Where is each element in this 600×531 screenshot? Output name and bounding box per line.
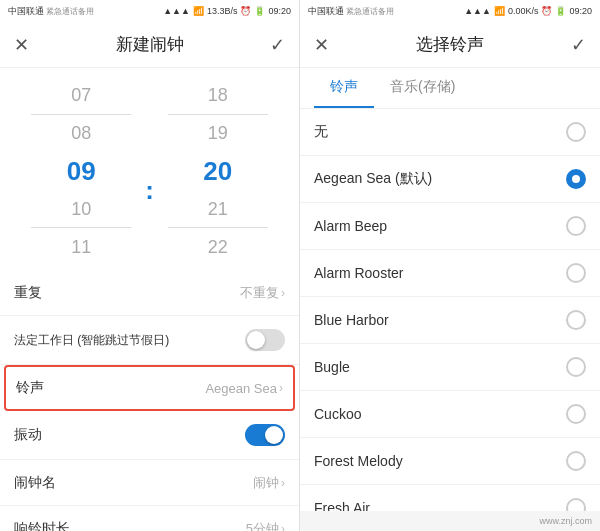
ring-duration-value: 5分钟 › bbox=[246, 520, 285, 532]
time-colon: : bbox=[141, 175, 158, 206]
repeat-label: 重复 bbox=[14, 284, 42, 302]
left-panel: 中国联通 紧急通话备用 ▲▲▲ 📶 13.3B/s ⏰ 🔋 09:20 ✕ 新建… bbox=[0, 0, 300, 531]
watermark-bar: www.znj.com bbox=[300, 511, 600, 531]
vibrate-row[interactable]: 振动 bbox=[0, 411, 299, 460]
vibrate-toggle[interactable] bbox=[245, 424, 285, 446]
ringtone-name: Fresh Air bbox=[314, 500, 370, 511]
repeat-row[interactable]: 重复 不重复 › bbox=[0, 270, 299, 316]
ringtone-row[interactable]: 铃声 Aegean Sea › bbox=[4, 365, 295, 411]
ringtone-name: Cuckoo bbox=[314, 406, 361, 422]
vibrate-label: 振动 bbox=[14, 426, 42, 444]
close-button[interactable]: ✕ bbox=[14, 34, 29, 56]
speed-text-r: 0.00K/s bbox=[508, 6, 539, 16]
minute-item-3[interactable]: 21 bbox=[158, 190, 278, 228]
signal-icon-r: ▲▲▲ bbox=[464, 6, 491, 16]
ringtone-item-alarm-rooster[interactable]: Alarm Rooster bbox=[300, 250, 600, 297]
hour-item-1[interactable]: 08 bbox=[21, 114, 141, 152]
radio-bugle[interactable] bbox=[566, 357, 586, 377]
tab-ringtone[interactable]: 铃声 bbox=[314, 68, 374, 108]
chevron-icon: › bbox=[281, 286, 285, 300]
ringtone-item-alarm-beep[interactable]: Alarm Beep bbox=[300, 203, 600, 250]
emergency-text-r: 紧急通话备用 bbox=[346, 6, 394, 17]
close-button-r[interactable]: ✕ bbox=[314, 34, 329, 56]
ringtone-label: 铃声 bbox=[16, 379, 44, 397]
status-right: ▲▲▲ 📶 13.3B/s ⏰ 🔋 09:20 bbox=[163, 6, 291, 16]
chevron-icon-name: › bbox=[281, 476, 285, 490]
radio-blue-harbor[interactable] bbox=[566, 310, 586, 330]
left-header: ✕ 新建闹钟 ✓ bbox=[0, 22, 299, 68]
carrier-text-r: 中国联通 bbox=[308, 5, 344, 18]
carrier-text: 中国联通 bbox=[8, 5, 44, 18]
ringtone-name: Forest Melody bbox=[314, 453, 403, 469]
ringtone-name: Blue Harbor bbox=[314, 312, 389, 328]
minute-item-4[interactable]: 22 bbox=[158, 228, 278, 266]
workday-toggle[interactable] bbox=[245, 329, 285, 351]
status-left-r: 中国联通 紧急通话备用 bbox=[308, 5, 394, 18]
picker-line-bottom-min bbox=[168, 227, 268, 228]
tab-music[interactable]: 音乐(存储) bbox=[374, 68, 471, 108]
ringtone-name: Alarm Rooster bbox=[314, 265, 403, 281]
minute-item-1[interactable]: 19 bbox=[158, 114, 278, 152]
chevron-icon-dur: › bbox=[281, 522, 285, 532]
ring-duration-label: 响铃时长 bbox=[14, 520, 70, 532]
radio-none[interactable] bbox=[566, 122, 586, 142]
ringtone-item-blue-harbor[interactable]: Blue Harbor bbox=[300, 297, 600, 344]
ringtone-item-none[interactable]: 无 bbox=[300, 109, 600, 156]
radio-aegean[interactable] bbox=[566, 169, 586, 189]
ringtone-item-cuckoo[interactable]: Cuckoo bbox=[300, 391, 600, 438]
signal-icon: ▲▲▲ bbox=[163, 6, 190, 16]
ringtone-item-forest-melody[interactable]: Forest Melody bbox=[300, 438, 600, 485]
workday-row[interactable]: 法定工作日 (智能跳过节假日) bbox=[0, 316, 299, 365]
right-header: ✕ 选择铃声 ✓ bbox=[300, 22, 600, 68]
battery-icon-r: 🔋 bbox=[555, 6, 566, 16]
hour-item-0[interactable]: 07 bbox=[21, 76, 141, 114]
confirm-button-r[interactable]: ✓ bbox=[571, 34, 586, 56]
alarm-name-row[interactable]: 闹钟名 闹钟 › bbox=[0, 460, 299, 506]
hour-item-4[interactable]: 11 bbox=[21, 228, 141, 266]
alarm-icon: ⏰ bbox=[240, 6, 251, 16]
alarm-icon-r: ⏰ bbox=[541, 6, 552, 16]
ringtone-item-bugle[interactable]: Bugle bbox=[300, 344, 600, 391]
status-bar-right: 中国联通 紧急通话备用 ▲▲▲ 📶 0.00K/s ⏰ 🔋 09:20 bbox=[300, 0, 600, 22]
radio-forest-melody[interactable] bbox=[566, 451, 586, 471]
ringtone-item-aegean[interactable]: Aegean Sea (默认) bbox=[300, 156, 600, 203]
confirm-button[interactable]: ✓ bbox=[270, 34, 285, 56]
time-picker: 07 08 09 10 11 : 18 19 20 21 22 bbox=[0, 68, 299, 270]
status-right-r: ▲▲▲ 📶 0.00K/s ⏰ 🔋 09:20 bbox=[464, 6, 592, 16]
page-title-right: 选择铃声 bbox=[416, 33, 484, 56]
chevron-icon-ringtone: › bbox=[279, 381, 283, 395]
alarm-name-value: 闹钟 › bbox=[253, 474, 285, 492]
settings-list: 重复 不重复 › 法定工作日 (智能跳过节假日) 铃声 Aegean Sea ›… bbox=[0, 270, 299, 531]
minute-column: 18 19 20 21 22 bbox=[158, 76, 278, 266]
ringtone-item-fresh-air[interactable]: Fresh Air bbox=[300, 485, 600, 511]
hour-column: 07 08 09 10 11 bbox=[21, 76, 141, 266]
speed-text: 13.3B/s bbox=[207, 6, 238, 16]
battery-icon: 🔋 bbox=[254, 6, 265, 16]
ringtone-name: 无 bbox=[314, 123, 328, 141]
status-left: 中国联通 紧急通话备用 bbox=[8, 5, 94, 18]
picker-line-bottom-hour bbox=[31, 227, 131, 228]
repeat-value: 不重复 › bbox=[240, 284, 285, 302]
right-panel: 中国联通 紧急通话备用 ▲▲▲ 📶 0.00K/s ⏰ 🔋 09:20 ✕ 选择… bbox=[300, 0, 600, 531]
time-text-r: 09:20 bbox=[569, 6, 592, 16]
picker-line-top-hour bbox=[31, 114, 131, 115]
ring-duration-row[interactable]: 响铃时长 5分钟 › bbox=[0, 506, 299, 531]
watermark-text: www.znj.com bbox=[539, 516, 592, 526]
minute-item-selected[interactable]: 20 bbox=[158, 152, 278, 190]
wifi-icon-r: 📶 bbox=[494, 6, 505, 16]
ringtone-tabs: 铃声 音乐(存储) bbox=[300, 68, 600, 109]
hour-item-3[interactable]: 10 bbox=[21, 190, 141, 228]
time-text: 09:20 bbox=[268, 6, 291, 16]
status-bar-left: 中国联通 紧急通话备用 ▲▲▲ 📶 13.3B/s ⏰ 🔋 09:20 bbox=[0, 0, 299, 22]
ringtone-value: Aegean Sea › bbox=[205, 381, 283, 396]
radio-alarm-beep[interactable] bbox=[566, 216, 586, 236]
ringtone-name: Alarm Beep bbox=[314, 218, 387, 234]
ringtone-list: 无 Aegean Sea (默认) Alarm Beep Alarm Roost… bbox=[300, 109, 600, 511]
workday-label: 法定工作日 (智能跳过节假日) bbox=[14, 332, 169, 349]
radio-fresh-air[interactable] bbox=[566, 498, 586, 511]
hour-item-selected[interactable]: 09 bbox=[21, 152, 141, 190]
wifi-icon: 📶 bbox=[193, 6, 204, 16]
radio-alarm-rooster[interactable] bbox=[566, 263, 586, 283]
minute-item-0[interactable]: 18 bbox=[158, 76, 278, 114]
radio-cuckoo[interactable] bbox=[566, 404, 586, 424]
